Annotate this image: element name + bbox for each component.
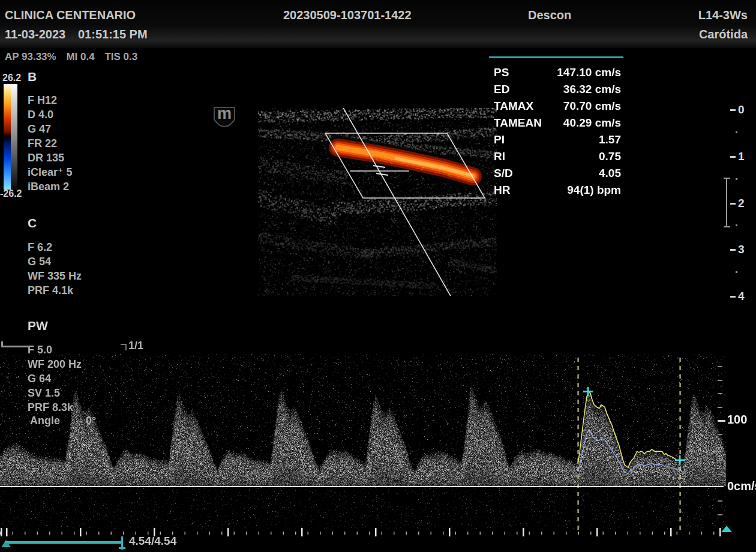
b-mode-image-canvas[interactable] <box>258 108 497 296</box>
acoustic-power: AP 93.33% <box>5 51 56 62</box>
measurement-value: 40.29 cm/s <box>563 116 621 130</box>
measurement-row: PI1.57 <box>494 131 621 148</box>
exam-preset: Carótida <box>699 28 748 41</box>
measurement-row: TAMEAN40.29 cm/s <box>494 115 621 131</box>
depth-label: 4 <box>738 290 745 303</box>
depth-tick <box>730 249 736 251</box>
pw-angle-label: Angle <box>30 415 60 427</box>
measurement-value: 1.57 <box>599 133 621 146</box>
b-param: FR 22 <box>28 136 73 151</box>
velocity-tick <box>718 447 722 448</box>
cine-progress-bar[interactable] <box>5 541 122 544</box>
measurement-label: HR <box>494 184 510 197</box>
velocity-tick <box>718 434 722 435</box>
velocity-baseline-label: 0cm/s <box>727 479 756 493</box>
depth-tick <box>730 203 736 205</box>
velocity-tick <box>718 514 722 515</box>
measurement-row: PS147.10 cm/s <box>494 64 621 81</box>
header-bar: CLINICA CENTENARIO 20230509-103701-1422 … <box>0 0 756 47</box>
b-param: iClear⁺ 5 <box>28 165 73 179</box>
c-param: F 6.2 <box>28 240 82 254</box>
b-mode-param-list: F H12 D 4.0 G 47 FR 22 DR 135 iClear⁺ 5 … <box>28 93 73 194</box>
velocity-tick <box>718 393 722 394</box>
pw-mode-param-list: F 5.0 WF 200 Hz G 64 SV 1.5 PRF 8.3k <box>28 343 82 415</box>
measurement-value: 4.05 <box>599 167 621 180</box>
measurement-value: 0.75 <box>599 150 621 163</box>
logo-letter: m <box>212 104 236 123</box>
measurement-label: PI <box>494 133 505 146</box>
b-param: iBeam 2 <box>28 179 73 194</box>
measurement-row: ED36.32 cm/s <box>494 81 621 98</box>
depth-scale-mark: 4 <box>730 290 745 303</box>
cine-progress-end-cap <box>119 547 125 549</box>
b-param: F H12 <box>28 93 73 107</box>
exam-id: 20230509-103701-1422 <box>283 8 412 22</box>
measurement-label: PS <box>494 66 509 79</box>
c-mode-label: C <box>28 216 37 230</box>
depth-label: 0 <box>738 103 745 116</box>
measurement-row: HR94(1) bpm <box>494 182 621 199</box>
depth-tick <box>730 109 736 111</box>
velocity-tick <box>718 474 722 475</box>
measurement-label: TAMAX <box>494 100 533 113</box>
depth-scale-mark: 0 <box>730 103 745 116</box>
measurement-value: 94(1) bpm <box>567 184 621 197</box>
thermal-index: TIS 0.3 <box>104 51 137 62</box>
measurement-label: ED <box>494 83 509 96</box>
baseline-position-marker[interactable] <box>721 526 732 532</box>
b-mode-label: B <box>28 70 37 84</box>
focal-zone-marker[interactable] <box>724 178 730 227</box>
measurement-label: RI <box>494 150 505 163</box>
measurement-row: S/D4.05 <box>494 165 621 182</box>
grayscale-gradient <box>11 84 17 190</box>
velocity-tick <box>718 407 722 408</box>
velocity-major-tick <box>718 420 725 422</box>
velocity-tick <box>718 380 722 381</box>
pw-angle-row: Angle 0° <box>30 415 60 427</box>
c-mode-param-list: F 6.2 G 54 WF 335 Hz PRF 4.1k <box>28 240 82 298</box>
measurement-row: RI0.75 <box>494 148 621 165</box>
measurement-row: TAMAX70.70 cm/s <box>494 98 621 115</box>
color-scale-min: -26.2 <box>0 188 22 199</box>
depth-label: 3 <box>738 243 745 256</box>
pw-param: G 64 <box>28 371 82 386</box>
cine-page-indicator[interactable]: 1/1 <box>128 340 143 352</box>
pw-param: SV 1.5 <box>28 386 82 400</box>
depth-half-tick <box>736 224 737 226</box>
acoustic-status-bar: AP 93.33% MI 0.4 TIS 0.3 <box>5 51 145 63</box>
depth-label: 2 <box>738 197 745 210</box>
measurement-value: 36.32 cm/s <box>563 83 621 96</box>
velocity-tick <box>718 500 722 502</box>
c-param: PRF 4.1k <box>28 283 82 298</box>
depth-half-tick <box>736 271 737 273</box>
depth-scale-mark: 3 <box>730 243 745 256</box>
pw-param: F 5.0 <box>28 343 82 357</box>
measurement-label: S/D <box>494 167 513 180</box>
measurement-label: TAMEAN <box>494 116 542 130</box>
c-param: G 54 <box>28 254 82 269</box>
cine-page-icon <box>121 344 127 350</box>
mindray-logo: m <box>212 106 236 128</box>
pw-angle-value: 0° <box>86 415 96 427</box>
probe-name: L14-3Ws <box>698 8 748 22</box>
color-flow-gradient <box>4 84 11 190</box>
depth-scale-mark: 2 <box>730 197 745 210</box>
depth-half-tick <box>736 131 737 133</box>
spectral-doppler-canvas[interactable] <box>0 354 726 538</box>
depth-half-tick <box>736 178 737 180</box>
cine-time-indicator: 4.54/4.54 <box>129 535 176 548</box>
exam-date: 11-03-2023 <box>5 28 65 41</box>
measurement-results-panel: PS147.10 cm/s ED36.32 cm/s TAMAX70.70 cm… <box>489 56 623 199</box>
measurement-value: 147.10 cm/s <box>557 66 621 79</box>
velocity-tick <box>718 366 722 367</box>
facility-name: CLINICA CENTENARIO <box>5 8 136 22</box>
b-param: G 47 <box>28 122 73 136</box>
pw-mode-label: PW <box>28 319 48 333</box>
b-param: DR 135 <box>28 151 73 165</box>
depth-scale-mark: 1 <box>730 150 745 163</box>
velocity-tick <box>718 460 722 461</box>
exam-time: 01:51:15 PM <box>78 28 148 41</box>
depth-tick <box>730 296 736 298</box>
operator-name: Descon <box>528 8 571 22</box>
depth-tick <box>730 156 736 158</box>
